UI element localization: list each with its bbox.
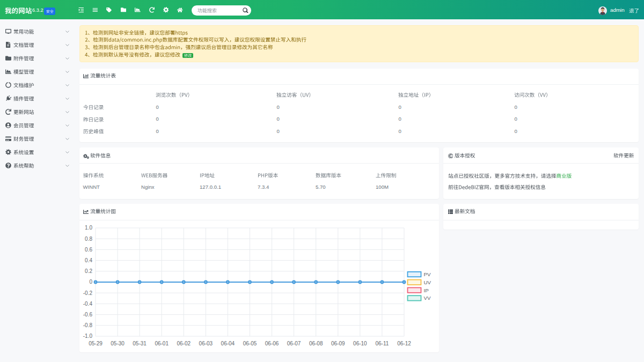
svg-text:-1.0: -1.0 <box>83 333 93 339</box>
svg-text:0: 0 <box>89 279 92 285</box>
svg-text:06-10: 06-10 <box>353 341 367 346</box>
svg-text:06-05: 06-05 <box>243 341 257 346</box>
svg-text:05-29: 05-29 <box>89 341 103 346</box>
svg-text:-0.2: -0.2 <box>83 290 93 296</box>
svg-text:05-30: 05-30 <box>111 341 125 346</box>
svg-text:-0.8: -0.8 <box>83 322 93 328</box>
svg-text:05-31: 05-31 <box>133 341 147 346</box>
svg-text:PV: PV <box>424 271 431 277</box>
svg-text:0.4: 0.4 <box>85 257 92 263</box>
svg-text:06-02: 06-02 <box>177 341 191 346</box>
svg-text:1.0: 1.0 <box>85 225 92 231</box>
svg-text:VV: VV <box>424 295 431 301</box>
svg-text:06-03: 06-03 <box>199 341 213 346</box>
svg-text:0.8: 0.8 <box>85 236 92 242</box>
svg-text:06-12: 06-12 <box>397 341 411 346</box>
svg-text:-0.6: -0.6 <box>83 312 93 317</box>
svg-text:0.2: 0.2 <box>85 268 92 274</box>
svg-text:UV: UV <box>424 279 431 285</box>
svg-text:06-07: 06-07 <box>287 341 301 346</box>
svg-text:IP: IP <box>424 287 429 293</box>
svg-text:06-06: 06-06 <box>265 341 279 346</box>
svg-text:06-09: 06-09 <box>331 341 345 346</box>
svg-text:0.6: 0.6 <box>85 247 92 253</box>
svg-text:06-04: 06-04 <box>221 341 235 346</box>
svg-text:06-01: 06-01 <box>155 341 169 346</box>
svg-text:06-11: 06-11 <box>375 341 389 346</box>
svg-text:-0.4: -0.4 <box>83 301 93 307</box>
svg-text:06-08: 06-08 <box>309 341 323 346</box>
